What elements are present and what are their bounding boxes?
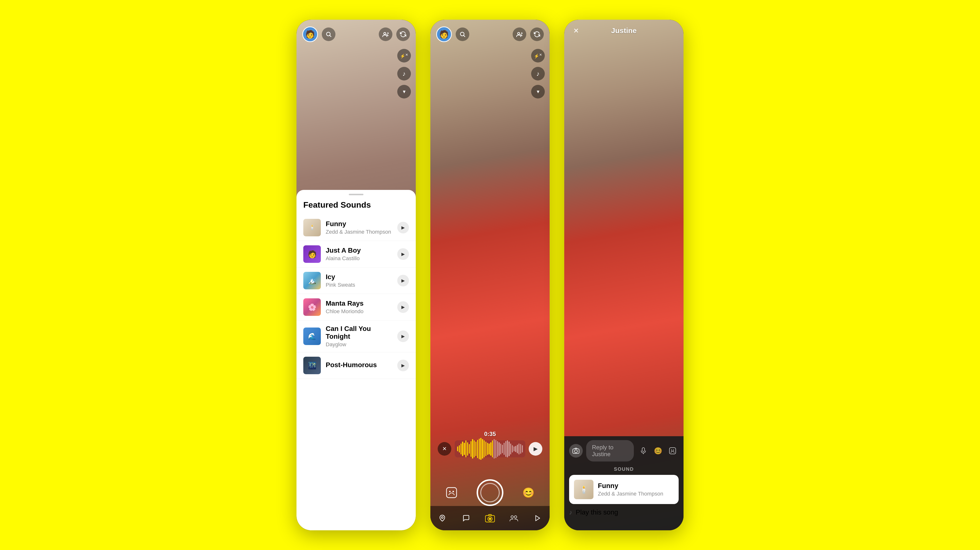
close-button-3[interactable]: ✕ (570, 25, 582, 36)
waveform-container: ✕ ▶ (438, 440, 542, 457)
music-note-icon: ♪ (569, 509, 572, 516)
svg-point-24 (673, 450, 674, 450)
song-info-calltonight: Can I Call You Tonight Dayglow (326, 325, 392, 348)
music-button-1[interactable]: ♪ (397, 67, 411, 81)
song-card-info: Funny Zedd & Jasmine Thompson (598, 482, 674, 497)
chat-user-name: Justine (611, 27, 636, 35)
svg-point-14 (489, 518, 491, 520)
flash-icon-1: ⚡✕ (400, 53, 408, 59)
song-info-icy: Icy Pink Sweats (326, 273, 392, 288)
list-item[interactable]: 🌃 Post-Humorous ▶ (296, 352, 416, 379)
sound-label-text: SOUND (614, 466, 634, 472)
right-icons-2: ⚡✕ ♪ ▾ (531, 49, 545, 98)
top-bar-1: 🧑 (296, 20, 416, 46)
phone-1: 🧑 (296, 20, 416, 530)
friends-nav-button[interactable] (508, 512, 520, 524)
right-icons-1: ⚡✕ ♪ ▾ (397, 49, 411, 98)
list-item[interactable]: 🧑 Just A Boy Alaina Castillo ▶ (296, 241, 416, 268)
play-this-song-text: Play this song (576, 509, 618, 516)
play-button-funny[interactable]: ▶ (397, 222, 409, 233)
svg-point-15 (511, 516, 513, 518)
song-artist-funny: Zedd & Jasmine Thompson (326, 229, 392, 235)
camera-small-button[interactable] (569, 444, 583, 458)
song-thumb-icon: 🕯️ (579, 485, 588, 494)
list-item[interactable]: 🌊 Can I Call You Tonight Dayglow ▶ (296, 320, 416, 352)
play-button-icy[interactable]: ▶ (397, 275, 409, 287)
music-icon-1: ♪ (402, 70, 406, 78)
sticker-button[interactable] (444, 485, 459, 501)
reply-input-field[interactable]: Reply to Justine (586, 440, 634, 461)
play-button-calltonight[interactable]: ▶ (397, 330, 409, 342)
phone-3: ✕ Justine Reply to Justine (564, 20, 684, 530)
reply-bottom-panel: Reply to Justine 😊 (564, 436, 684, 530)
flash-button-2[interactable]: ⚡✕ (531, 49, 545, 62)
record-button[interactable] (477, 479, 503, 506)
list-item[interactable]: 🌸 Manta Rays Chloe Moriondo ▶ (296, 294, 416, 320)
sounds-bottom-sheet[interactable]: Featured Sounds 🕯️ Funny Zedd & Jasmine … (296, 190, 416, 530)
avatar-1[interactable]: 🧑 (302, 27, 318, 42)
more-button-2[interactable]: ▾ (531, 85, 545, 98)
song-name-calltonight: Can I Call You Tonight (326, 325, 392, 341)
camera-nav-button[interactable] (484, 512, 496, 524)
stories-nav-button[interactable] (531, 512, 544, 524)
chevron-down-icon-2: ▾ (537, 89, 539, 95)
play-button-posthumorous[interactable]: ▶ (397, 360, 409, 371)
song-name-icy: Icy (326, 273, 392, 281)
svg-point-2 (383, 32, 386, 35)
top-bar-left-1: 🧑 (302, 27, 336, 42)
music-button-2[interactable]: ♪ (531, 67, 545, 81)
svg-line-1 (330, 35, 331, 37)
play-button-justboy[interactable]: ▶ (397, 248, 409, 260)
chat-nav-button[interactable] (460, 512, 472, 524)
svg-point-23 (671, 450, 672, 450)
mic-button[interactable] (637, 445, 649, 457)
search-button-1[interactable] (322, 27, 336, 41)
song-artist-justboy: Alaina Castillo (326, 255, 392, 262)
song-artist-manta: Chloe Moriondo (326, 308, 392, 315)
song-thumbnail-justboy: 🧑 (303, 245, 321, 263)
svg-point-9 (449, 491, 451, 492)
play-recording-button[interactable]: ▶ (529, 442, 542, 456)
add-friend-button-2[interactable] (513, 27, 526, 41)
recording-bar: 0:35 ✕ ▶ (438, 431, 542, 457)
song-info-justboy: Just A Boy Alaina Castillo (326, 247, 392, 262)
song-card-name: Funny (598, 482, 674, 490)
top-bar-left-2: 🧑 (436, 27, 469, 42)
sheet-handle (349, 194, 363, 195)
rotate-camera-button-2[interactable] (530, 27, 544, 41)
reply-placeholder: Reply to Justine (592, 444, 628, 458)
add-friend-button-1[interactable] (379, 27, 392, 41)
more-button-1[interactable]: ▾ (397, 85, 411, 98)
search-button-2[interactable] (456, 27, 469, 41)
svg-point-7 (517, 32, 520, 35)
chevron-down-icon-1: ▾ (403, 89, 406, 95)
emoji-button[interactable]: 😊 (521, 485, 536, 501)
reply-right-icons: 😊 (637, 445, 679, 457)
list-item[interactable]: 🕯️ Funny Zedd & Jasmine Thompson ▶ (296, 214, 416, 241)
song-card[interactable]: 🕯️ Funny Zedd & Jasmine Thompson (569, 475, 679, 504)
svg-marker-17 (536, 516, 540, 521)
rotate-camera-button-1[interactable] (396, 27, 410, 41)
sticker-button-3[interactable] (667, 445, 679, 457)
top-bar-2: 🧑 (430, 20, 550, 46)
emoji-button-3[interactable]: 😊 (652, 445, 664, 457)
location-nav-button[interactable] (436, 512, 449, 524)
bottom-nav-2 (430, 506, 550, 530)
record-inner-ring (480, 483, 500, 502)
song-info-manta: Manta Rays Chloe Moriondo (326, 300, 392, 315)
avatar-2[interactable]: 🧑 (436, 27, 452, 42)
song-name-posthumorous: Post-Humorous (326, 361, 392, 369)
flash-button-1[interactable]: ⚡✕ (397, 49, 411, 62)
close-recording-button[interactable]: ✕ (438, 442, 451, 456)
play-button-manta[interactable]: ▶ (397, 301, 409, 313)
waveform (455, 440, 525, 457)
phone3-header: ✕ Justine (564, 20, 684, 39)
music-icon-2: ♪ (536, 70, 540, 78)
play-this-song-row[interactable]: ♪ Play this song (569, 504, 679, 521)
song-info-posthumorous: Post-Humorous (326, 361, 392, 370)
song-card-artist: Zedd & Jasmine Thompson (598, 491, 674, 497)
song-name-manta: Manta Rays (326, 300, 392, 307)
list-item[interactable]: 🏔️ Icy Pink Sweats ▶ (296, 268, 416, 294)
song-name-funny: Funny (326, 220, 392, 228)
reply-input-row: Reply to Justine 😊 (564, 436, 684, 465)
